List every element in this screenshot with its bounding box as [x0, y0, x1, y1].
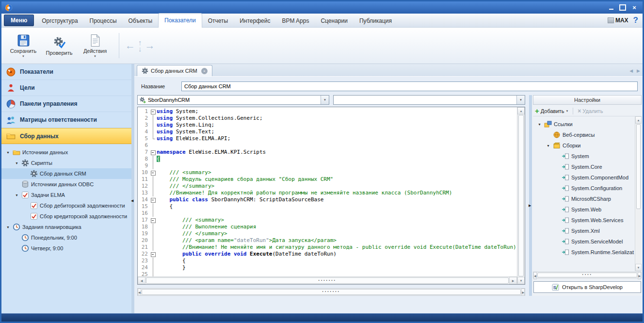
- add-button[interactable]: + Добавить ▼: [535, 108, 568, 114]
- tree-item[interactable]: Сбор кредиторской задолженности: [1, 211, 131, 222]
- tree-item[interactable]: System.Core: [533, 162, 635, 172]
- close-button[interactable]: ×: [629, 4, 639, 12]
- expander-icon[interactable]: ▼: [14, 162, 19, 165]
- editor-hscrollbar[interactable]: ◀ ······· ▶: [138, 276, 517, 284]
- settings-hscrollbar[interactable]: ◀ ···· ▶: [533, 272, 642, 278]
- fold-marker-icon[interactable]: [149, 217, 157, 224]
- nav-forward-button[interactable]: →: [145, 41, 155, 50]
- tree-item[interactable]: System.ServiceModel: [533, 236, 635, 247]
- vscroll-thumb[interactable]: [518, 115, 524, 276]
- tree-item[interactable]: System.Runtime.Serializat: [533, 247, 635, 258]
- tab-reports[interactable]: Отчеты: [202, 14, 234, 27]
- help-button[interactable]: ?: [633, 16, 638, 25]
- tree-item[interactable]: Веб-сервисы: [533, 129, 635, 140]
- tree-item[interactable]: System.Xml: [533, 226, 635, 236]
- scroll-down-icon[interactable]: ▼: [517, 277, 525, 284]
- fold-marker-icon[interactable]: [149, 108, 157, 115]
- expander-icon[interactable]: ▼: [14, 194, 19, 197]
- tab-publication[interactable]: Публикация: [354, 14, 398, 27]
- tree-item[interactable]: System.Web: [533, 204, 635, 215]
- outer-hscroll-thumb[interactable]: ·······: [142, 289, 521, 295]
- name-input[interactable]: Сбор данных CRM: [181, 81, 638, 91]
- secondary-select-caret-icon[interactable]: ▼: [516, 96, 525, 104]
- menu-button[interactable]: Меню: [4, 15, 34, 26]
- settings-scroll-left-icon[interactable]: ◀: [533, 272, 537, 279]
- code-text: public override void Execute(DateTime da…: [157, 251, 517, 258]
- tree-item[interactable]: ▼Задания планировщика: [1, 222, 131, 232]
- scroll-left-icon[interactable]: ◀: [138, 277, 145, 284]
- fold-marker-icon[interactable]: [149, 196, 157, 203]
- sidebar-item-goals[interactable]: Цели: [1, 80, 131, 96]
- outer-scroll-left-icon[interactable]: ◀: [138, 289, 141, 296]
- name-row: Название Сбор данных CRM: [134, 77, 643, 95]
- settings-scroll-down-icon[interactable]: ▼: [635, 264, 642, 271]
- open-sharpdevelop-button[interactable]: S Открыть в SharpDevelop: [533, 281, 641, 293]
- tree-item[interactable]: ▼Скрипты: [1, 158, 131, 168]
- tab-orgstructure[interactable]: Оргструктура: [36, 14, 83, 27]
- tree-item[interactable]: ▼Сборки: [533, 140, 635, 151]
- tree-item[interactable]: MicrosoftCSharp: [533, 194, 635, 204]
- check-button[interactable]: Проверить: [41, 29, 77, 62]
- tab-bpm-apps[interactable]: BPM Apps: [276, 14, 315, 27]
- tree-item[interactable]: Сбор данных CRM: [1, 168, 131, 179]
- nav-back-button[interactable]: ←: [125, 41, 135, 50]
- max-badge[interactable]: MAX: [608, 17, 628, 24]
- actions-button[interactable]: Действия ▼: [77, 29, 113, 62]
- tab-objects[interactable]: Объекты: [123, 14, 159, 27]
- document-tab[interactable]: Сбор данных CRM ×: [137, 65, 212, 76]
- tree-item[interactable]: ▼Источники данных: [1, 147, 131, 158]
- settings-splitter[interactable]: ▶: [529, 95, 532, 296]
- tree-item[interactable]: ▼Ссылки: [533, 119, 635, 129]
- fold-marker-icon[interactable]: [149, 169, 157, 176]
- save-button[interactable]: Сохранить ▼: [5, 29, 41, 62]
- maximize-button[interactable]: [618, 4, 628, 12]
- settings-vscroll-track[interactable]: [635, 210, 642, 264]
- code-line: 19 /// </summary>: [138, 230, 517, 237]
- tree-item[interactable]: Источники данных ODBC: [1, 179, 131, 190]
- sidebar-item-data-collection[interactable]: Сбор данных: [1, 128, 131, 144]
- fold-marker-icon[interactable]: [149, 149, 157, 156]
- scroll-right-icon[interactable]: ▶: [509, 277, 517, 284]
- hscroll-thumb[interactable]: ·······: [146, 277, 509, 284]
- nav-down-button[interactable]: ↓: [138, 46, 142, 52]
- tab-scenarios[interactable]: Сценарии: [315, 14, 353, 27]
- outer-hscrollbar[interactable]: ◀ ······· ▶: [137, 288, 525, 296]
- expander-icon[interactable]: ▼: [546, 144, 551, 147]
- script-select[interactable]: SborDannyhCRM ▼: [137, 95, 329, 105]
- tree-item[interactable]: Понедельник, 9:00: [1, 232, 131, 243]
- tree-item[interactable]: System.Configuration: [533, 183, 635, 194]
- tree-item[interactable]: System: [533, 151, 635, 162]
- secondary-select[interactable]: ▼: [333, 95, 525, 105]
- fold-marker-icon[interactable]: [149, 251, 157, 258]
- sidebar-item-indicators[interactable]: Показатели: [1, 64, 131, 80]
- tab-scroll-right-icon[interactable]: ▶: [637, 68, 640, 73]
- editor-vscrollbar[interactable]: ▲ ▼: [517, 107, 525, 284]
- script-select-caret-icon[interactable]: ▼: [321, 96, 329, 104]
- expander-icon[interactable]: ▼: [5, 151, 11, 154]
- sidebar-item-matrices[interactable]: Матрицы ответственности: [1, 112, 131, 128]
- lower-region: SborDannyhCRM ▼ ▼ 1using System;2using S…: [134, 95, 643, 313]
- settings-scroll-up-icon[interactable]: ▲: [635, 116, 642, 124]
- tree-item[interactable]: Четверг, 9:00: [1, 243, 131, 254]
- settings-hscroll-thumb[interactable]: ····: [537, 273, 638, 277]
- tree-item[interactable]: System.Web.Services: [533, 215, 635, 226]
- tab-close-button[interactable]: ×: [201, 68, 208, 74]
- settings-vscrollbar[interactable]: ▲ ▼: [635, 116, 642, 271]
- tree-item[interactable]: Сбор дебиторской задолженности: [1, 200, 131, 211]
- sidebar-splitter[interactable]: ◀: [131, 64, 134, 313]
- sidebar-item-dashboards[interactable]: Панели управления: [1, 96, 131, 112]
- tab-scroll-left-icon[interactable]: ◀: [629, 68, 633, 73]
- expander-icon[interactable]: ▼: [537, 123, 542, 126]
- tree-item[interactable]: System.ComponentMod: [533, 172, 635, 183]
- tree-item[interactable]: ▼Задачи ELMA: [1, 190, 131, 200]
- outer-scroll-right-icon[interactable]: ▶: [521, 289, 525, 296]
- tab-indicators[interactable]: Показатели: [158, 13, 202, 28]
- code-editor[interactable]: 1using System;2using System.Collections.…: [137, 107, 525, 285]
- scroll-up-icon[interactable]: ▲: [517, 107, 525, 114]
- tab-interface[interactable]: Интерфейс: [234, 14, 276, 27]
- settings-vscroll-thumb[interactable]: [636, 124, 641, 209]
- settings-scroll-right-icon[interactable]: ▶: [638, 272, 641, 279]
- minimize-button[interactable]: [606, 4, 616, 12]
- tab-processes[interactable]: Процессы: [84, 14, 123, 27]
- expander-icon[interactable]: ▼: [5, 226, 11, 229]
